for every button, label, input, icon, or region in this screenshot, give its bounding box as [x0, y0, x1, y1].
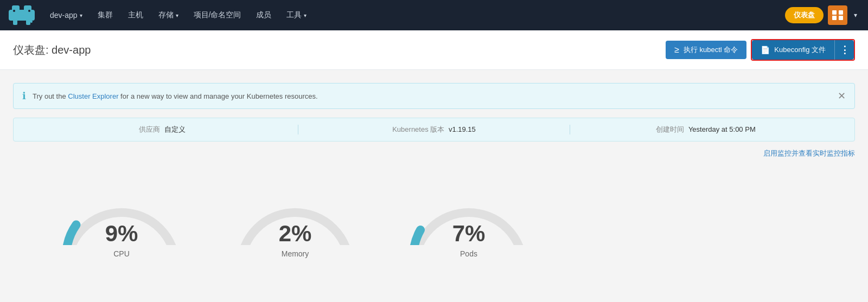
chevron-down-icon: ▾ — [304, 12, 307, 18]
chevron-down-icon: ▾ — [176, 12, 178, 18]
main-content: ℹ Try out the Cluster Explorer for a new… — [0, 70, 868, 271]
svg-rect-7 — [832, 10, 837, 15]
page-title: 仪表盘: dev-app — [13, 43, 666, 57]
memory-percent: 2% — [279, 222, 312, 245]
memory-gauge-wrapper: 2% — [230, 169, 360, 245]
cluster-created: 创建时间 Yesterday at 5:00 PM — [570, 125, 841, 134]
nav-item-projects[interactable]: 项目/命名空间 — [187, 6, 248, 24]
svg-point-6 — [28, 10, 30, 12]
navbar: dev-app ▾ 集群 主机 存储 ▾ 项目/命名空间 成员 工具 ▾ 仪表盘… — [0, 0, 868, 30]
svg-rect-9 — [832, 16, 837, 20]
info-icon: ℹ — [22, 90, 26, 102]
cluster-info-bar: 供应商 自定义 Kubernetes 版本 v1.19.15 创建时间 Yest… — [13, 118, 855, 142]
file-icon: 📄 — [761, 46, 770, 54]
cluster-provider: 供应商 自定义 — [27, 125, 298, 134]
kubeconfig-group: 📄 Kubeconfig 文件 ⋮ — [751, 39, 855, 61]
dashboard-button[interactable]: 仪表盘 — [785, 7, 824, 23]
page-header: 仪表盘: dev-app ≥ 执行 kubectl 命令 📄 Kubeconfi… — [0, 30, 868, 70]
navbar-right: 仪表盘 ▾ — [785, 5, 859, 25]
pods-percent: 7% — [452, 222, 486, 245]
svg-rect-10 — [839, 16, 843, 20]
nav-item-devapp[interactable]: dev-app ▾ — [43, 7, 89, 24]
pods-gauge-wrapper: 7% — [404, 169, 534, 245]
nav-item-hosts[interactable]: 主机 — [122, 6, 150, 24]
svg-point-5 — [13, 10, 15, 12]
nav-item-members[interactable]: 成员 — [250, 6, 278, 24]
navbar-dropdown-caret[interactable]: ▾ — [852, 9, 859, 21]
monitoring-link-container: 启用监控并查看实时监控指标 — [13, 148, 855, 158]
kubeconfig-button[interactable]: 📄 Kubeconfig 文件 — [752, 40, 834, 60]
gauges-section: 9% CPU 2% Memory — [13, 169, 855, 258]
info-text: Try out the Cluster Explorer for a new w… — [33, 92, 318, 100]
nav-item-cluster[interactable]: 集群 — [91, 6, 119, 24]
nav-item-tools[interactable]: 工具 ▾ — [280, 6, 313, 24]
monitoring-link[interactable]: 启用监控并查看实时监控指标 — [763, 149, 855, 157]
cpu-percent: 9% — [105, 222, 138, 245]
cpu-label: CPU — [113, 249, 130, 258]
kubectl-button[interactable]: ≥ 执行 kubectl 命令 — [666, 41, 746, 59]
cpu-gauge-text: 9% — [105, 222, 138, 245]
svg-rect-3 — [13, 18, 17, 25]
banner-close-button[interactable]: ✕ — [838, 90, 846, 102]
more-options-button[interactable]: ⋮ — [834, 40, 854, 60]
cluster-explorer-link[interactable]: Cluster Explorer — [68, 92, 118, 100]
chevron-down-icon: ▾ — [80, 12, 82, 18]
terminal-icon: ≥ — [674, 45, 679, 55]
nav-item-storage[interactable]: 存储 ▾ — [152, 6, 185, 24]
memory-gauge-card: 2% Memory — [219, 169, 371, 258]
pods-gauge-text: 7% — [452, 222, 486, 245]
cpu-gauge-wrapper: 9% — [56, 169, 187, 245]
header-actions: ≥ 执行 kubectl 命令 📄 Kubeconfig 文件 ⋮ — [666, 39, 855, 61]
svg-rect-8 — [839, 10, 843, 15]
pods-label: Pods — [460, 249, 477, 258]
cluster-k8s-version: Kubernetes 版本 v1.19.15 — [298, 125, 570, 134]
info-banner: ℹ Try out the Cluster Explorer for a new… — [13, 83, 855, 109]
logo — [9, 5, 35, 25]
memory-gauge-text: 2% — [279, 222, 312, 245]
cpu-gauge-card: 9% CPU — [46, 169, 197, 258]
pods-gauge-card: 7% Pods — [393, 169, 545, 258]
bars-icon[interactable] — [828, 5, 847, 25]
memory-label: Memory — [282, 249, 309, 258]
